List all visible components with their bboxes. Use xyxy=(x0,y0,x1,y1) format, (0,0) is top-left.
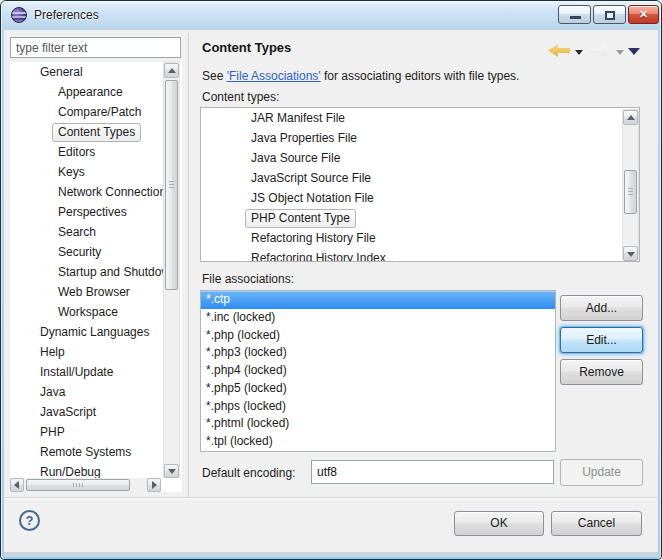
tree-item-label: Startup and Shutdown xyxy=(58,265,163,279)
tree-item-label: Dynamic Languages xyxy=(40,325,149,339)
tree-item[interactable]: Run/Debug xyxy=(10,462,163,478)
tree-item[interactable]: Workspace xyxy=(10,302,163,322)
tree-item[interactable]: Web Browser xyxy=(10,282,163,302)
edit-button[interactable]: Edit... xyxy=(560,327,643,353)
file-association-item[interactable]: *.ctp xyxy=(201,291,555,309)
maximize-button[interactable] xyxy=(593,5,626,24)
forward-history-caret-icon[interactable] xyxy=(616,50,624,55)
tree-item-label: Compare/Patch xyxy=(58,105,141,119)
content-type-item[interactable]: Java Properties File xyxy=(201,128,621,148)
scroll-up-button[interactable] xyxy=(623,110,638,125)
tree-item[interactable]: Compare/Patch xyxy=(10,102,163,122)
add-button-label: Add... xyxy=(586,301,617,315)
tree-item[interactable]: Content Types xyxy=(10,122,163,142)
tree-item[interactable]: General xyxy=(10,62,163,82)
file-association-item[interactable]: *.php4 (locked) xyxy=(201,362,555,380)
file-association-label: *.php3 (locked) xyxy=(206,345,287,359)
back-icon[interactable] xyxy=(548,44,570,57)
maximize-icon xyxy=(605,11,615,20)
tree-item[interactable]: PHP xyxy=(10,422,163,442)
tree-item[interactable]: Perspectives xyxy=(10,202,163,222)
cancel-button[interactable]: Cancel xyxy=(551,511,642,536)
file-association-item[interactable]: *.inc (locked) xyxy=(201,309,555,327)
content-type-item[interactable]: Refactoring History File xyxy=(201,228,621,248)
content-type-item[interactable]: Refactoring History Index xyxy=(201,248,621,261)
file-associations-label: File associations: xyxy=(202,272,294,286)
scroll-left-button[interactable] xyxy=(10,478,24,492)
content-type-label: Java Source File xyxy=(251,151,340,165)
scroll-down-button[interactable] xyxy=(623,246,638,261)
titlebar[interactable]: Preferences ✕ xyxy=(0,0,662,30)
filter-input[interactable] xyxy=(10,37,181,58)
forward-icon[interactable] xyxy=(590,44,612,57)
file-association-item[interactable]: *.php (locked) xyxy=(201,327,555,345)
footer-separator xyxy=(5,497,657,499)
help-button[interactable]: ? xyxy=(19,510,40,531)
arrow-up-icon xyxy=(627,115,635,120)
file-association-item[interactable]: *.php3 (locked) xyxy=(201,344,555,362)
tree-hscrollbar-thumb[interactable] xyxy=(26,479,130,491)
file-association-label: *.phtml (locked) xyxy=(206,416,289,430)
content-types-scrollbar-thumb[interactable] xyxy=(624,170,637,214)
file-association-item[interactable]: *.phps (locked) xyxy=(201,398,555,416)
tree-item-label: Appearance xyxy=(58,85,123,99)
remove-button[interactable]: Remove xyxy=(560,359,643,385)
tree-item[interactable]: Startup and Shutdown xyxy=(10,262,163,282)
back-history-caret-icon[interactable] xyxy=(575,50,583,55)
content-types-label: Content types: xyxy=(202,90,279,104)
ok-button[interactable]: OK xyxy=(454,511,544,536)
default-encoding-input[interactable] xyxy=(311,460,554,484)
scroll-right-button[interactable] xyxy=(147,478,161,492)
tree-item[interactable]: Install/Update xyxy=(10,362,163,382)
tree-item[interactable]: Network Connections xyxy=(10,182,163,202)
tree-item-label: Java xyxy=(40,385,65,399)
file-association-label: *.phps (locked) xyxy=(206,399,286,413)
minimize-button[interactable] xyxy=(558,5,591,24)
tree-item-label: Perspectives xyxy=(58,205,127,219)
tree-item[interactable]: Search xyxy=(10,222,163,242)
content-type-item[interactable]: JAR Manifest File xyxy=(201,108,621,128)
close-button[interactable]: ✕ xyxy=(628,5,659,24)
tree-horizontal-scrollbar[interactable] xyxy=(10,478,161,492)
content-type-item[interactable]: Java Source File xyxy=(201,148,621,168)
tree-item[interactable]: Help xyxy=(10,342,163,362)
preferences-tree: General Appearance Compare/Patch Content… xyxy=(10,62,182,492)
content-type-item[interactable]: PHP Content Type xyxy=(201,208,621,228)
tree-item[interactable]: Appearance xyxy=(10,82,163,102)
tree-scrollbar-thumb[interactable] xyxy=(165,80,178,290)
file-association-label: *.php4 (locked) xyxy=(206,363,287,377)
tree-item[interactable]: Keys xyxy=(10,162,163,182)
tree-item[interactable]: Security xyxy=(10,242,163,262)
tree-vertical-scrollbar[interactable] xyxy=(163,62,180,478)
arrow-left-icon xyxy=(14,481,19,489)
tree-item-label: Run/Debug xyxy=(40,465,101,478)
file-association-label: *.tpl (locked) xyxy=(206,434,273,448)
dialog-body: General Appearance Compare/Patch Content… xyxy=(4,30,658,552)
tree-item-label: Keys xyxy=(58,165,85,179)
content-type-label: Refactoring History Index xyxy=(251,251,386,261)
file-associations-link[interactable]: 'File Associations' xyxy=(227,69,321,83)
tree-item[interactable]: JavaScript xyxy=(10,402,163,422)
file-association-item[interactable]: *.php5 (locked) xyxy=(201,380,555,398)
content-types-scrollbar[interactable] xyxy=(622,109,639,260)
tree-item[interactable]: Remote Systems xyxy=(10,442,163,462)
tree-item-label: Security xyxy=(58,245,101,259)
tree-item[interactable]: Java xyxy=(10,382,163,402)
file-association-item[interactable]: *.tpl (locked) xyxy=(201,433,555,451)
update-button[interactable]: Update xyxy=(560,459,643,486)
ok-button-label: OK xyxy=(490,516,507,530)
tree-item[interactable]: Editors xyxy=(10,142,163,162)
file-association-label: *.ctp xyxy=(206,292,230,306)
content-type-item[interactable]: JS Object Notation File xyxy=(201,188,621,208)
view-menu-caret-icon[interactable] xyxy=(628,48,640,55)
scroll-down-button[interactable] xyxy=(164,464,179,478)
tree-item-label: General xyxy=(40,65,83,79)
scroll-up-button[interactable] xyxy=(164,63,179,78)
tree-item-label: Search xyxy=(58,225,96,239)
content-types-list: JAR Manifest File Java Properties File J… xyxy=(200,107,640,262)
content-type-item[interactable]: JavaScript Source File xyxy=(201,168,621,188)
add-button[interactable]: Add... xyxy=(560,295,643,321)
file-association-item[interactable]: *.phtml (locked) xyxy=(201,415,555,433)
content-type-label: JAR Manifest File xyxy=(251,111,345,125)
tree-item[interactable]: Dynamic Languages xyxy=(10,322,163,342)
